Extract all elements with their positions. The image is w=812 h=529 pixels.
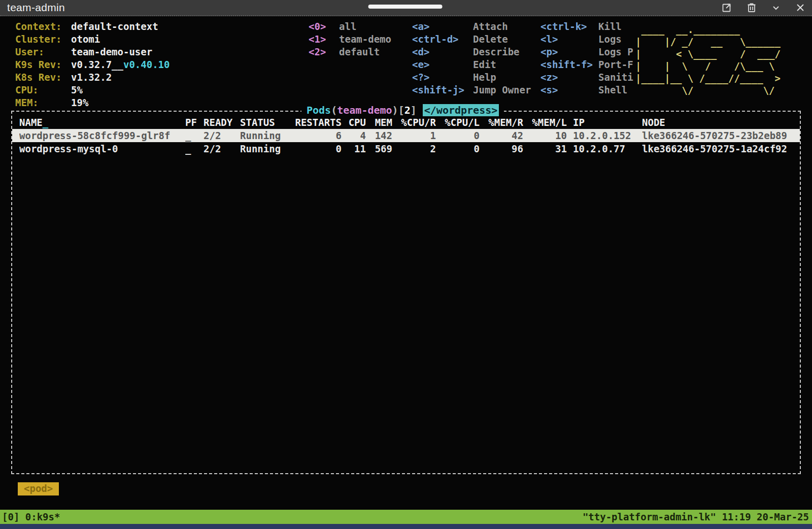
hotkey-sanitize: <z> Saniti [540,71,644,84]
logo-line: | | \ / /\___ \ [635,60,781,72]
open-in-new-icon[interactable] [722,3,732,13]
active-namespace: team-demo [337,104,392,116]
hotkey-label: all [339,20,356,33]
cpu-value: 5% [71,84,83,96]
col-node[interactable]: NODE [642,116,795,129]
pod-node-cell: lke366246-570275-23b2eb89 [642,129,795,142]
hotkey-key: <ctrl-d> [412,33,473,46]
hotkey-label: default [339,46,380,58]
hotkey-kill: <ctrl-k> Kill [540,20,644,33]
pod-mem-r-cell: 96 [486,142,523,155]
resource-name: Pods [307,104,331,116]
hotkey-label: Edit [473,58,496,71]
col-cpu[interactable]: CPU [348,116,366,129]
hotkey-attach: <a> Attach [412,20,531,33]
pod-mem-l-cell: 31 [529,142,567,155]
hotkey-key: <1> [309,33,333,46]
pod-status-cell: Running [240,129,286,142]
hotkey-key: <?> [412,71,473,84]
hotkey-help: <?> Help [412,71,531,84]
k9s-rev-label: K9s Rev: [15,58,71,71]
pod-pf-cell: _ [185,129,197,142]
hotkey-logs-previous: <p> Logs P [540,46,644,58]
pod-ip-cell: 10.2.0.77 [573,142,636,155]
hotkey-key: <s> [540,84,598,96]
context-row: Context: default-context [15,20,170,33]
trash-icon[interactable] [747,3,756,13]
count-bracket-close: ] [411,104,417,116]
mem-value: 19% [71,96,88,109]
hotkey-key: <shift-f> [540,58,598,71]
pod-mem-l-cell: 10 [529,129,567,142]
col-mem[interactable]: MEM [372,116,392,129]
mem-label: MEM: [15,96,71,109]
hotkey-key: <l> [540,33,598,46]
col-cpu-l[interactable]: %CPU/L [442,116,480,129]
col-status[interactable]: STATUS [240,116,286,129]
pod-mem-cell: 142 [372,129,392,142]
logo-line: ____ __.________ [635,23,781,36]
pod-row-wordpress[interactable]: wordpress-58c8fcf999-glr8f _ 2/2 Running… [12,129,800,142]
hotkey-label: Describe [473,46,520,58]
k8s-rev-label: K8s Rev: [15,71,71,84]
hotkey-port-forward: <shift-f> Port-F [540,58,644,71]
k9s-screen: Context: default-context Cluster: otomi … [0,16,812,510]
action-hotkeys-col2: <ctrl-k> Kill <l> Logs <p> Logs P <shift… [540,20,644,96]
user-value: team-demo-user [71,46,152,58]
hotkey-key: <p> [540,46,598,58]
breadcrumb: <pod> [0,477,812,510]
pod-node-cell: lke366246-570275-1a24cf92 [642,142,795,155]
window-title: team-admin [7,2,65,14]
logo-line: |____|__ \ /____//____ > [635,72,781,84]
col-pf[interactable]: PF [185,116,197,129]
hotkey-key: <e> [412,58,473,71]
k8s-rev-value: v1.32.2 [71,71,112,84]
hotkey-key: <ctrl-k> [540,20,598,33]
close-icon[interactable] [796,3,805,12]
hotkey-default: <2> default [309,46,391,58]
hotkey-label: Attach [473,20,508,33]
logo-line: | |/ _/ __ \______ [635,36,781,48]
col-mem-r[interactable]: %MEM/R [486,116,523,129]
context-label: Context: [15,20,71,33]
pod-mem-r-cell: 42 [486,129,523,142]
pod-count: 2 [404,104,411,116]
hotkey-label: Delete [473,33,508,46]
col-name[interactable]: NAME_ [19,116,179,129]
window-drag-handle[interactable] [368,5,443,9]
pod-row-wordpress-mysql[interactable]: wordpress-mysql-0 _ 2/2 Running 0 11 569… [12,142,800,155]
pod-cpu-l-cell: 0 [442,142,480,155]
hotkey-logs: <l> Logs [540,33,644,46]
cluster-value: otomi [71,33,100,46]
pod-pf-cell: _ [185,142,197,155]
k9s-rev-value: v0.32.7 [71,58,112,71]
pod-cpu-r-cell: 2 [398,142,436,155]
col-restarts[interactable]: RESTARTS [292,116,342,129]
user-row: User: team-demo-user [15,46,170,58]
breadcrumb-pod-badge[interactable]: <pod> [18,482,59,495]
paren-open: ( [331,104,337,116]
pods-view-frame: Pods(team-demo)[2] </wordpress> NAME_ PF… [11,111,801,474]
col-ready[interactable]: READY [204,116,234,129]
pods-view-title: Pods(team-demo)[2] </wordpress> [301,104,504,116]
hotkey-label: team-demo [339,33,391,46]
logo-line: \/ \/ [635,84,781,96]
hotkey-team-demo: <1> team-demo [309,33,391,46]
col-mem-l[interactable]: %MEM/L [529,116,567,129]
hotkey-label: Jump Owner [473,84,531,96]
col-cpu-r[interactable]: %CPU/R [398,116,436,129]
pod-restarts-cell: 0 [292,142,342,155]
k9s-rev-row: K9s Rev: v0.32.7 __ v0.40.10 [15,58,170,71]
hotkey-label: Help [473,71,496,84]
pod-ip-cell: 10.2.0.152 [573,129,636,142]
hotkey-key: <a> [412,20,473,33]
pod-cpu-r-cell: 1 [398,129,436,142]
cluster-info: Context: default-context Cluster: otomi … [15,20,170,109]
chevron-down-icon[interactable] [771,3,781,12]
pod-ready-cell: 2/2 [204,142,234,155]
col-ip[interactable]: IP [573,116,636,129]
k9s-ascii-logo: ____ __.________ | |/ _/ __ \______ | < … [635,23,781,96]
pod-mem-cell: 569 [372,142,392,155]
pod-cpu-l-cell: 0 [442,129,480,142]
pod-restarts-cell: 6 [292,129,342,142]
